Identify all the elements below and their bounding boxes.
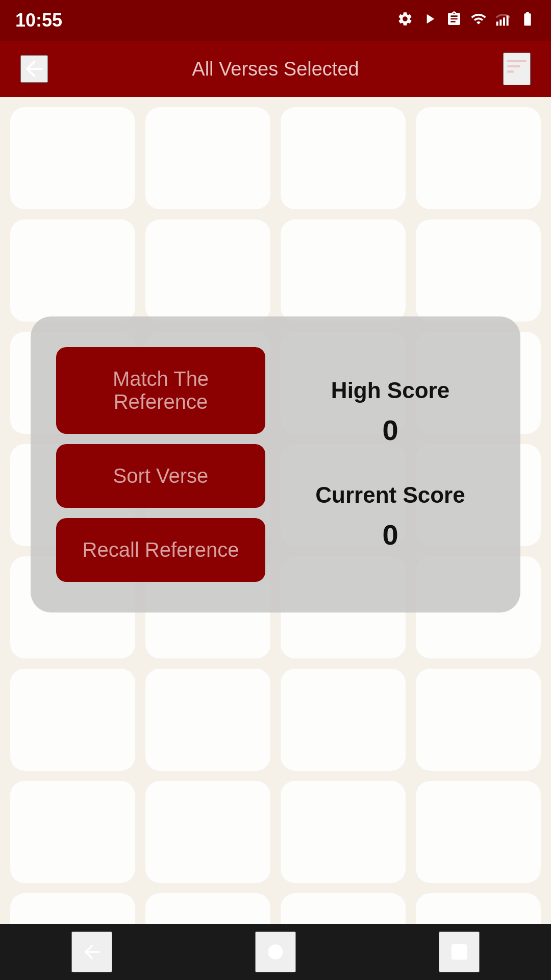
signal-icon [495, 11, 511, 31]
play-icon [421, 11, 438, 31]
high-score-value: 0 [382, 413, 398, 447]
svg-rect-0 [496, 21, 498, 26]
match-reference-button[interactable]: Match The Reference [56, 347, 265, 434]
status-bar: 10:55 [0, 0, 551, 41]
nav-recents-button[interactable] [439, 932, 480, 972]
svg-point-4 [268, 944, 283, 959]
battery-icon [519, 11, 536, 31]
back-button[interactable] [20, 55, 48, 83]
settings-icon [397, 11, 413, 31]
current-score-label: Current Score [315, 482, 465, 508]
clipboard-icon [446, 11, 462, 31]
nav-back-button[interactable] [71, 932, 112, 972]
buttons-column: Match The Reference Sort Verse Recall Re… [56, 347, 265, 582]
status-time: 10:55 [15, 10, 62, 31]
nav-bar [0, 924, 551, 980]
top-bar: All Verses Selected [0, 41, 551, 97]
svg-rect-3 [507, 15, 509, 26]
svg-rect-2 [503, 17, 505, 26]
nav-home-button[interactable] [255, 932, 296, 972]
filter-button[interactable] [503, 53, 531, 85]
main-content: Match The Reference Sort Verse Recall Re… [0, 97, 551, 934]
svg-rect-1 [499, 19, 502, 26]
verses-selected-label: All Verses Selected [192, 58, 359, 80]
sort-verse-button[interactable]: Sort Verse [56, 444, 265, 508]
scores-column: High Score 0 Current Score 0 [286, 378, 495, 551]
recall-reference-button[interactable]: Recall Reference [56, 518, 265, 582]
high-score-label: High Score [331, 378, 449, 403]
current-score-value: 0 [382, 518, 398, 551]
svg-rect-5 [452, 944, 467, 960]
game-panel: Match The Reference Sort Verse Recall Re… [31, 316, 520, 612]
status-icons [397, 11, 536, 31]
wifi-icon [470, 11, 487, 31]
